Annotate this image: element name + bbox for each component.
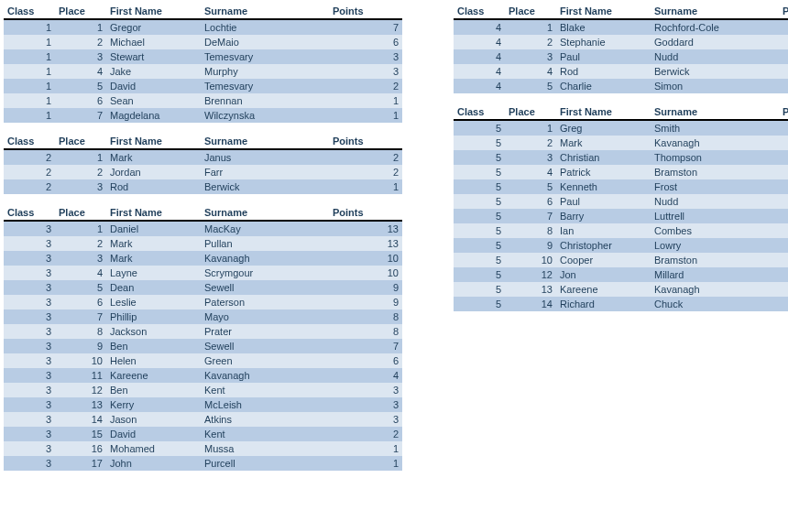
cell-surname: Atkins [201,412,329,427]
cell-place: 5 [505,79,556,93]
cell-class: 2 [4,149,55,165]
col-header-first: First Name [106,205,201,221]
cell-class: 3 [4,339,55,353]
table-row: 35DeanSewell9 [4,280,402,295]
cell-place: 10 [505,253,556,267]
cell-class: 1 [4,35,55,49]
cell-points: 6 [329,35,402,49]
cell-surname: Lochtie [201,19,329,35]
cell-points: 2 [329,79,402,93]
cell-first: Greg [556,120,651,136]
cell-surname: Sewell [201,280,329,295]
table-row: 512JonMillard1 [454,267,788,282]
cell-points: 3 [329,49,402,64]
results-table: ClassPlaceFirst NameSurnamePoints21MarkJ… [4,134,402,194]
cell-class: 3 [4,236,55,251]
col-header-first: First Name [556,4,651,19]
table-row: 43PaulNudd1 [454,49,788,64]
table-row: 22JordanFarr2 [4,165,402,179]
cell-place: 4 [505,64,556,79]
cell-first: Ben [106,339,201,353]
cell-place: 14 [55,412,106,427]
cell-class: 3 [4,280,55,295]
cell-place: 12 [505,267,556,282]
cell-first: Gregor [106,19,201,35]
table-row: 23RodBerwick1 [4,179,402,194]
cell-points: 1 [329,441,402,456]
cell-points: 7 [779,136,788,150]
col-header-class: Class [454,104,505,120]
cell-class: 5 [454,136,505,150]
table-row: 13StewartTemesvary3 [4,49,402,64]
table-row: 44RodBerwick1 [454,64,788,79]
cell-points: 5 [779,179,788,194]
cell-class: 3 [4,266,55,280]
results-table: ClassPlaceFirst NameSurnamePoints11Grego… [4,4,402,123]
table-row: 513KareeneKavanagh1 [454,282,788,297]
col-header-class: Class [454,4,505,19]
cell-surname: Lowry [651,238,779,253]
table-row: 38JacksonPrater8 [4,324,402,339]
table-row: 36LesliePaterson9 [4,295,402,309]
cell-class: 5 [454,165,505,179]
cell-place: 2 [55,236,106,251]
col-header-points: Points [779,104,788,120]
cell-surname: Berwick [201,179,329,194]
table-row: 42StephanieGoddard2 [454,35,788,49]
table-row: 311KareeneKavanagh4 [4,368,402,383]
cell-points: 3 [779,238,788,253]
cell-class: 1 [4,64,55,79]
cell-place: 4 [505,165,556,179]
cell-place: 1 [55,149,106,165]
col-header-surname: Surname [201,205,329,221]
table-row: 313KerryMcLeish3 [4,397,402,412]
cell-points: 2 [329,149,402,165]
cell-place: 13 [55,397,106,412]
cell-first: Patrick [556,165,651,179]
cell-place: 1 [505,19,556,35]
table-row: 37PhillipMayo8 [4,309,402,324]
cell-place: 4 [55,266,106,280]
cell-first: Charlie [556,79,651,93]
cell-points: 3 [329,383,402,397]
cell-class: 4 [454,19,505,35]
cell-place: 1 [55,19,106,35]
cell-surname: Paterson [201,295,329,309]
cell-surname: Kent [201,427,329,441]
cell-points: 7 [329,339,402,353]
cell-points: 9 [329,280,402,295]
cell-class: 3 [4,353,55,368]
cell-first: Paul [556,49,651,64]
cell-first: Jason [106,412,201,427]
table-row: 16SeanBrennan1 [4,93,402,108]
cell-first: Kerry [106,397,201,412]
table-row: 57BarryLuttrell4 [454,209,788,223]
cell-place: 2 [505,35,556,49]
cell-surname: Kavanagh [651,282,779,297]
cell-class: 5 [454,297,505,311]
cell-points: 8 [329,324,402,339]
col-header-class: Class [4,134,55,149]
table-row: 514RichardChuck1 [454,297,788,311]
cell-points: 1 [329,108,402,123]
col-header-points: Points [329,205,402,221]
cell-class: 1 [4,49,55,64]
cell-surname: Bramston [651,253,779,267]
col-header-place: Place [55,4,106,19]
cell-place: 5 [505,179,556,194]
table-row: 21MarkJanus2 [4,149,402,165]
cell-first: Kareene [106,368,201,383]
cell-place: 16 [55,441,106,456]
cell-place: 6 [505,194,556,209]
cell-class: 5 [454,179,505,194]
cell-surname: Sewell [201,339,329,353]
cell-first: Ian [556,223,651,238]
col-header-points: Points [329,134,402,149]
cell-class: 5 [454,223,505,238]
cell-place: 13 [505,282,556,297]
cell-surname: Kent [201,383,329,397]
cell-surname: Purcell [201,456,329,471]
table-row: 314JasonAtkins3 [4,412,402,427]
cell-place: 4 [55,64,106,79]
cell-surname: Temesvary [201,79,329,93]
